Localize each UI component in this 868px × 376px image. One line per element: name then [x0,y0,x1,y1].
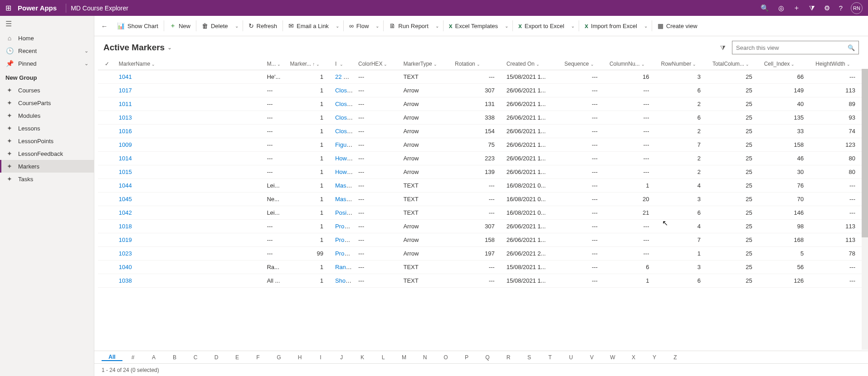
table-row[interactable]: 1016---1Closure---Arrow15426/06/2021 1..… [98,125,864,138]
alpha-index-U[interactable]: U [561,354,581,361]
alpha-index-G[interactable]: G [268,354,289,361]
row-checkbox[interactable] [98,111,116,125]
alpha-index-K[interactable]: K [352,354,373,361]
excel-templates-button[interactable]: xExcel Templates [445,16,502,36]
marker-name-link[interactable]: 1040 [119,264,132,270]
alpha-index-E[interactable]: E [227,354,248,361]
table-row[interactable]: 1015---1How hu---Arrow13926/06/2021 1...… [98,165,864,179]
alpha-index-L[interactable]: L [373,354,394,361]
alpha-index-#[interactable]: # [122,354,143,361]
alpha-index-C[interactable]: C [185,354,206,361]
chevron-down-icon[interactable]: ⌄ [434,62,437,67]
sidebar-item-tasks[interactable]: ✦Tasks [0,173,94,185]
email-split[interactable]: ⌄ [333,24,341,29]
table-row[interactable]: 1042Lei...1Position---TEXT---16/08/2021 … [98,206,864,220]
alpha-index-P[interactable]: P [456,354,477,361]
search-icon[interactable]: 🔍 [848,44,855,51]
table-row[interactable]: 1018---1Proximi---Arrow30726/06/2021 1..… [98,220,864,233]
chevron-down-icon[interactable]: ⌄ [84,48,88,54]
chevron-down-icon[interactable]: ⌄ [84,61,88,67]
alpha-index-Y[interactable]: Y [644,354,665,361]
i-link[interactable]: Proximi [335,223,355,230]
alpha-index-M[interactable]: M [394,354,414,361]
chevron-down-icon[interactable]: ⌄ [746,62,749,67]
i-link[interactable]: Massive [335,182,356,189]
chevron-down-icon[interactable]: ⌄ [151,62,155,67]
row-checkbox[interactable] [98,260,116,274]
table-row[interactable]: 1045Ne...1Massive---TEXT---16/08/2021 0.… [98,193,864,206]
column-header[interactable]: M...⌄ [264,58,287,70]
i-link[interactable]: How hu [335,169,355,175]
alpha-index-Z[interactable]: Z [665,354,686,361]
alpha-index-O[interactable]: O [435,354,456,361]
avatar[interactable]: RN [851,2,863,14]
marker-name-link[interactable]: 1018 [119,223,132,230]
marker-name-link[interactable]: 1023 [119,250,132,257]
alpha-index-B[interactable]: B [164,354,185,361]
help-icon[interactable]: ? [839,4,843,12]
marker-name-link[interactable]: 1014 [119,155,132,162]
import-excel-button[interactable]: xImport from Excel [581,16,641,36]
table-row[interactable]: 1044Lei...1Massive---TEXT---16/08/2021 0… [98,179,864,193]
alpha-index-T[interactable]: T [540,354,561,361]
chevron-down-icon[interactable]: ⌄ [847,62,850,67]
column-header[interactable]: ColumnNu...⌄ [607,58,658,70]
i-link[interactable]: Closure [335,87,356,94]
add-icon[interactable]: ＋ [793,4,800,12]
row-checkbox[interactable] [98,206,116,220]
marker-name-link[interactable]: 1019 [119,236,132,243]
row-checkbox[interactable] [98,70,116,84]
new-button[interactable]: ＋New [166,16,194,36]
column-filter-icon[interactable]: ⧩ [720,44,726,52]
chevron-down-icon[interactable]: ⌄ [641,62,645,67]
view-switcher[interactable]: ⌄ [167,44,172,51]
target-icon[interactable]: ◎ [778,4,784,12]
excel-templates-split[interactable]: ⌄ [502,24,511,29]
email-link-button[interactable]: ✉Email a Link [285,16,332,36]
table-row[interactable]: 1023---99Proximi---Arrow19726/06/2021 2.… [98,247,864,260]
export-split[interactable]: ⌄ [569,24,577,29]
import-split[interactable]: ⌄ [642,24,650,29]
chevron-down-icon[interactable]: ⌄ [692,62,696,67]
search-input[interactable] [736,44,848,51]
create-view-button[interactable]: ▦Create view [654,16,701,36]
marker-name-link[interactable]: 1009 [119,141,132,148]
column-header[interactable]: HeightWidth⌄ [813,58,864,70]
alpha-index-S[interactable]: S [519,354,540,361]
i-link[interactable]: Closure [335,101,356,107]
row-checkbox[interactable] [98,247,116,260]
alpha-index-W[interactable]: W [602,354,623,361]
row-checkbox[interactable] [98,220,116,233]
table-row[interactable]: 1011---1Closure---Arrow13126/06/2021 1..… [98,97,864,111]
row-checkbox[interactable] [98,193,116,206]
i-link[interactable]: 22 wins [335,73,355,80]
i-link[interactable]: Closure [335,114,356,121]
sidebar-item-modules[interactable]: ✦Modules [0,109,94,122]
delete-button[interactable]: 🗑Delete [198,16,232,36]
table-row[interactable]: 1019---1Proximi---Arrow15826/06/2021 1..… [98,233,864,247]
chevron-down-icon[interactable]: ⌄ [316,62,320,67]
marker-name-link[interactable]: 1042 [119,209,132,216]
column-header[interactable]: ColorHEX⌄ [356,58,400,70]
i-link[interactable]: Ranieri [335,264,354,270]
column-header[interactable]: MarkerType⌄ [400,58,452,70]
marker-name-link[interactable]: 1017 [119,87,132,94]
settings-icon[interactable]: ⚙ [824,4,830,12]
column-header[interactable]: MarkerName⌄ [116,58,264,70]
alpha-index-All[interactable]: All [102,354,122,361]
alpha-index-X[interactable]: X [623,354,644,361]
marker-name-link[interactable]: 1016 [119,128,132,135]
alpha-index-Q[interactable]: Q [477,354,498,361]
run-report-button[interactable]: 🗎Run Report [385,16,432,36]
marker-name-link[interactable]: 1013 [119,114,132,121]
i-link[interactable]: Closure [335,128,356,135]
nav-home[interactable]: ⌂ Home [0,32,94,44]
marker-name-link[interactable]: 1044 [119,182,132,189]
flow-split[interactable]: ⌄ [373,24,381,29]
alpha-index-V[interactable]: V [581,354,602,361]
column-header[interactable]: I ⌄ [332,58,356,70]
column-header[interactable]: Cell_Index⌄ [761,58,813,70]
table-row[interactable]: 1040Ra...1Ranieri---TEXT---15/08/2021 1.… [98,260,864,274]
row-checkbox[interactable] [98,138,116,152]
filter-icon[interactable]: ⧩ [809,4,815,12]
